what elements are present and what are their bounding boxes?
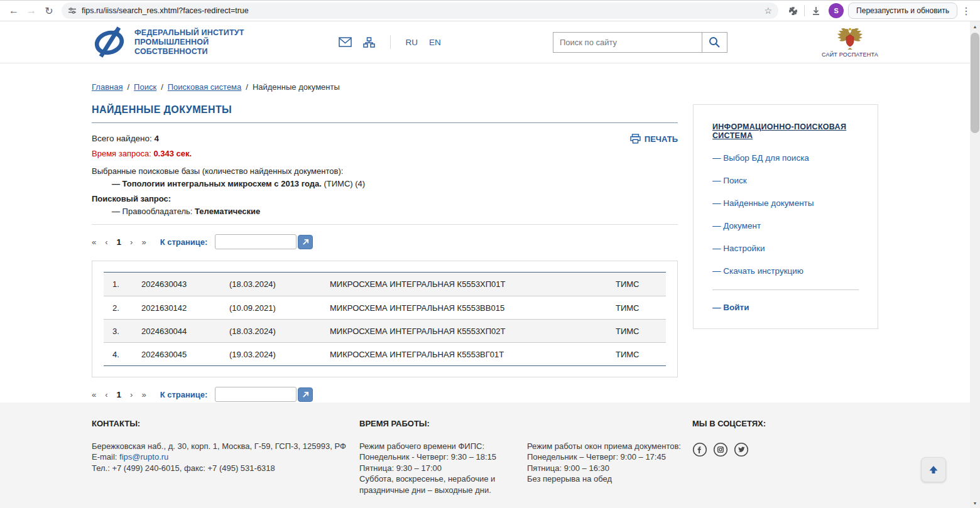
table-row[interactable]: 3. 2024630044 (18.03.2024) МИКРОСХЕМА ИН… xyxy=(104,319,666,342)
prev-page-button[interactable]: ‹ xyxy=(105,390,107,399)
menu-dots-icon[interactable]: ⋮ xyxy=(957,2,975,19)
goto-page-label: К странице: xyxy=(160,390,208,399)
last-page-button[interactable]: » xyxy=(141,390,146,399)
breadcrumb-search[interactable]: Поиск xyxy=(134,82,156,92)
url-bar[interactable]: fips.ru/iiss/search_res.xhtml?faces-redi… xyxy=(62,3,778,19)
bases-label: Выбранные поисковые базы (количество най… xyxy=(92,166,678,176)
mail-icon[interactable] xyxy=(339,37,352,47)
breadcrumb-separator: / xyxy=(161,82,163,92)
lang-ru-link[interactable]: RU xyxy=(406,38,418,47)
institute-name: ФЕДЕРАЛЬНЫЙ ИНСТИТУТ ПРОМЫШЛЕННОЙ СОБСТВ… xyxy=(134,28,244,57)
site-search-input[interactable] xyxy=(553,38,702,47)
sidebar-divider xyxy=(712,289,859,290)
rospatent-caption: САЙТ РОСПАТЕНТА xyxy=(822,51,878,58)
table-row[interactable]: 1. 2024630043 (18.03.2024) МИКРОСХЕМА ИН… xyxy=(104,273,666,296)
up-arrow-icon xyxy=(928,464,939,475)
url-text: fips.ru/iiss/search_res.xhtml?faces-redi… xyxy=(82,6,249,15)
current-page: 1 xyxy=(117,237,122,247)
search-button[interactable] xyxy=(702,33,727,52)
contacts-title: КОНТАКТЫ: xyxy=(92,419,359,428)
bookmark-star-icon[interactable]: ☆ xyxy=(765,6,773,16)
reload-icon[interactable]: ↻ xyxy=(40,2,58,19)
fips-hours: Режим рабочего времени ФИПС: Понедельник… xyxy=(359,441,527,496)
next-page-button[interactable]: › xyxy=(130,390,133,399)
total-found: Всего найдено: 4 xyxy=(92,134,159,143)
prev-page-button[interactable]: ‹ xyxy=(105,237,107,247)
goto-page-label: К странице: xyxy=(160,237,208,247)
header-divider xyxy=(390,35,391,49)
go-arrow-icon xyxy=(302,391,309,398)
next-page-button[interactable]: › xyxy=(130,237,133,247)
email-line: E-mail: fips@rupto.ru xyxy=(92,451,359,463)
lang-en-link[interactable]: EN xyxy=(429,38,441,47)
scrollbar-thumb[interactable] xyxy=(971,33,979,133)
magnifier-icon xyxy=(708,36,721,48)
rospatent-link[interactable]: САЙТ РОСПАТЕНТА xyxy=(822,27,878,58)
scroll-to-top-button[interactable] xyxy=(921,457,946,482)
reception-hours: Режим работы окон приема документов: Пон… xyxy=(527,441,692,496)
phone-line: Тел.: +7 (499) 240-6015, факс: +7 (495) … xyxy=(92,463,359,474)
breadcrumb-separator: / xyxy=(246,82,248,92)
goto-page-input[interactable] xyxy=(215,387,297,402)
site-search xyxy=(553,32,727,53)
first-page-button[interactable]: « xyxy=(92,390,96,399)
toolbar-divider xyxy=(804,5,805,16)
breadcrumb-home[interactable]: Главная xyxy=(92,82,122,92)
address: Бережковская наб., д. 30, корп. 1, Москв… xyxy=(92,441,359,452)
instagram-icon[interactable] xyxy=(713,442,728,457)
sidebar-item-document[interactable]: — Документ xyxy=(712,221,859,230)
results-table: 1. 2024630043 (18.03.2024) МИКРОСХЕМА ИН… xyxy=(92,261,678,377)
facebook-icon[interactable] xyxy=(692,442,707,457)
scrollbar-up-icon[interactable]: ▲ xyxy=(970,21,980,31)
sidebar-item-settings[interactable]: — Настройки xyxy=(712,244,859,253)
sidebar-item-search[interactable]: — Поиск xyxy=(712,176,859,185)
print-button[interactable]: ПЕЧАТЬ xyxy=(630,134,678,144)
hours-title: ВРЕМЯ РАБОТЫ: xyxy=(359,419,692,428)
email-link[interactable]: fips@rupto.ru xyxy=(119,452,168,462)
breadcrumb-search-system[interactable]: Поисковая система xyxy=(168,82,242,92)
first-page-button[interactable]: « xyxy=(92,237,96,247)
bases-item: — Топологии интегральных микросхем с 201… xyxy=(92,179,678,188)
profile-avatar[interactable]: S xyxy=(829,3,844,18)
last-page-button[interactable]: » xyxy=(141,237,146,247)
contacts-block: Бережковская наб., д. 30, корп. 1, Москв… xyxy=(92,441,359,474)
sidebar-item-db-select[interactable]: — Выбор БД для поиска xyxy=(712,153,859,163)
pagination-bottom: « ‹ 1 › » К странице: xyxy=(92,387,678,402)
breadcrumb-separator: / xyxy=(127,82,129,92)
goto-page-button[interactable] xyxy=(298,235,313,249)
page-scrollbar[interactable]: ▲ ▼ xyxy=(970,21,980,508)
back-icon[interactable]: ← xyxy=(5,2,23,19)
extensions-icon[interactable] xyxy=(785,3,801,19)
site-info-icon[interactable] xyxy=(68,6,77,15)
query-item: — Правообладатель: Телематические xyxy=(92,207,678,216)
scrollbar-down-icon[interactable]: ▼ xyxy=(970,498,980,508)
pagination-top: « ‹ 1 › » К странице: xyxy=(92,234,678,249)
relaunch-button[interactable]: Перезапустить и обновить xyxy=(848,3,957,19)
divider xyxy=(92,224,678,225)
page: ФЕДЕРАЛЬНЫЙ ИНСТИТУТ ПРОМЫШЛЕННОЙ СОБСТВ… xyxy=(0,21,970,508)
fips-logo-icon xyxy=(92,26,127,58)
sitemap-icon[interactable] xyxy=(363,37,375,48)
twitter-icon[interactable] xyxy=(734,442,749,457)
sidebar-item-login[interactable]: — Войти xyxy=(712,303,859,312)
sidebar-item-download-manual[interactable]: — Скачать инструкцию xyxy=(712,266,859,276)
query-time: Время запроса: 0.343 сек. xyxy=(92,149,678,158)
query-label: Поисковый запрос: xyxy=(92,194,678,203)
go-arrow-icon xyxy=(302,239,309,246)
printer-icon xyxy=(630,134,641,144)
sidebar-title: ИНФОРМАЦИОННО-ПОИСКОВАЯ СИСТЕМА xyxy=(712,122,859,140)
sidebar-item-found-docs[interactable]: — Найденные документы xyxy=(712,198,859,208)
breadcrumb-current: Найденные документы xyxy=(253,82,340,92)
table-row[interactable]: 4. 2024630045 (19.03.2024) МИКРОСХЕМА ИН… xyxy=(104,342,666,365)
footer: КОНТАКТЫ: Бережковская наб., д. 30, корп… xyxy=(0,403,970,508)
social-title: МЫ В СОЦСЕТЯХ: xyxy=(692,419,878,428)
goto-page-input[interactable] xyxy=(215,234,297,249)
ips-sidebar: ИНФОРМАЦИОННО-ПОИСКОВАЯ СИСТЕМА — Выбор … xyxy=(693,104,878,329)
breadcrumb: Главная/Поиск/Поисковая система/Найденны… xyxy=(92,82,878,92)
fips-logo[interactable]: ФЕДЕРАЛЬНЫЙ ИНСТИТУТ ПРОМЫШЛЕННОЙ СОБСТВ… xyxy=(92,26,244,58)
forward-icon[interactable]: → xyxy=(23,2,40,19)
rospatent-emblem-icon xyxy=(836,27,864,50)
goto-page-button[interactable] xyxy=(298,387,313,402)
downloads-icon[interactable] xyxy=(808,3,824,19)
table-row[interactable]: 2. 2021630142 (10.09.2021) МИКРОСХЕМА ИН… xyxy=(104,296,666,319)
